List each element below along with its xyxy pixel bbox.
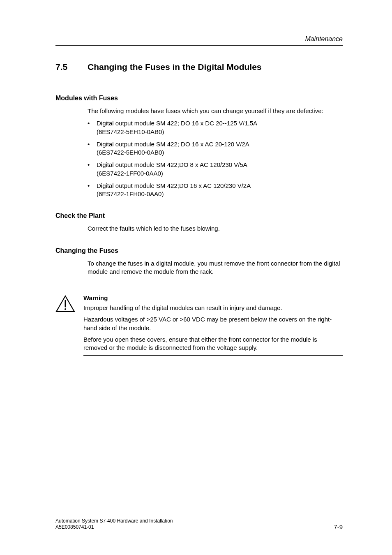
- list-item-line1: Digital output module SM 422; DO 16 x AC…: [97, 141, 249, 148]
- list-item: Digital output module SM 422; DO 16 x AC…: [88, 140, 343, 157]
- warning-texts: Warning Improper handling of the digital…: [83, 294, 343, 356]
- warning-label: Warning: [83, 294, 343, 301]
- changing-fuses-block: Changing the Fuses To change the fuses i…: [55, 247, 343, 276]
- warning-icon: [55, 295, 75, 312]
- footer: Automation System S7-400 Hardware and In…: [55, 518, 343, 530]
- warning-rule-bottom: [83, 355, 343, 356]
- list-item-line2: (6ES7422-5EH00-0AB0): [97, 149, 164, 156]
- footer-doc-title: Automation System S7-400 Hardware and In…: [55, 518, 173, 524]
- modules-with-fuses-intro: The following modules have fuses which y…: [88, 107, 343, 115]
- check-plant-block: Check the Plant Correct the faults which…: [55, 212, 343, 233]
- svg-point-2: [65, 308, 66, 310]
- list-item-line2: (6ES7422-1FH00-0AA0): [97, 190, 164, 197]
- changing-fuses-text: To change the fuses in a digital module,…: [88, 259, 343, 276]
- warning-p3: Before you open these covers, ensure tha…: [83, 335, 343, 352]
- section-number: 7.5: [55, 62, 72, 72]
- warning-rule-top: [88, 290, 343, 290]
- check-plant-text: Correct the faults which led to the fuse…: [88, 224, 343, 233]
- list-item-line1: Digital output module SM 422; DO 16 x DC…: [97, 120, 257, 127]
- changing-fuses-heading: Changing the Fuses: [55, 247, 343, 254]
- section-title: 7.5 Changing the Fuses in the Digital Mo…: [55, 62, 343, 72]
- check-plant-heading: Check the Plant: [55, 212, 343, 220]
- modules-list: Digital output module SM 422; DO 16 x DC…: [88, 119, 343, 198]
- warning-p2: Hazardous voltages of >25 VAC or >60 VDC…: [83, 315, 343, 332]
- warning-p1: Improper handling of the digital modules…: [83, 304, 343, 312]
- page: Maintenance 7.5 Changing the Fuses in th…: [0, 0, 392, 555]
- running-header: Maintenance: [55, 35, 343, 46]
- modules-with-fuses-heading: Modules with Fuses: [55, 95, 343, 102]
- list-item-line1: Digital output module SM 422;DO 8 x AC 1…: [97, 161, 247, 168]
- list-item: Digital output module SM 422;DO 16 x AC …: [88, 182, 343, 199]
- page-number: 7-9: [334, 523, 343, 530]
- warning-box: Warning Improper handling of the digital…: [88, 290, 343, 356]
- footer-left: Automation System S7-400 Hardware and In…: [55, 518, 173, 530]
- footer-doc-id: A5E00850741-01: [55, 524, 173, 530]
- section-title-text: Changing the Fuses in the Digital Module…: [88, 62, 262, 72]
- list-item-line1: Digital output module SM 422;DO 16 x AC …: [97, 182, 251, 189]
- list-item: Digital output module SM 422;DO 8 x AC 1…: [88, 161, 343, 178]
- warning-content: Warning Improper handling of the digital…: [55, 294, 343, 356]
- list-item: Digital output module SM 422; DO 16 x DC…: [88, 119, 343, 136]
- list-item-line2: (6ES7422-5EH10-0AB0): [97, 128, 164, 135]
- modules-with-fuses-block: Modules with Fuses The following modules…: [55, 95, 343, 198]
- list-item-line2: (6ES7422-1FF00-0AA0): [97, 170, 163, 177]
